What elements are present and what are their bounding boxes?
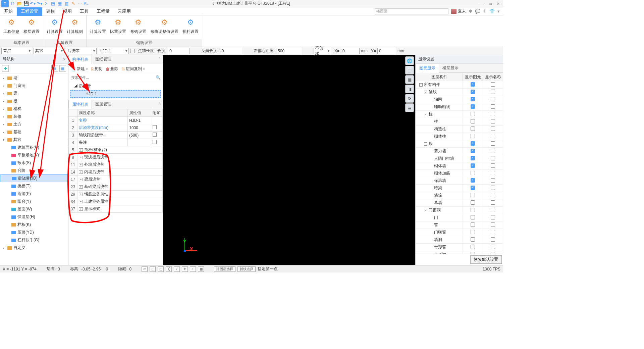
prop-row[interactable]: 11+外墙后浇带 [69,161,163,168]
name-checkbox[interactable] [491,90,495,94]
component-search-input[interactable] [70,75,156,80]
new-button[interactable]: 📄新建 [70,65,89,72]
disp-row[interactable]: 剪力墙 [416,148,503,155]
prop-row[interactable]: 14+内墙后浇带 [69,168,163,176]
nav-subitem[interactable]: 散水(S) [0,159,68,167]
sb-ico-7[interactable]: • [190,266,196,272]
nav-subitem[interactable]: 屋面(W) [0,205,68,213]
ribbon-比重设置[interactable]: ⚙比重设置 [110,17,126,39]
nav-subitem[interactable]: 台阶 [0,167,68,174]
disp-row[interactable]: 窗 [416,221,503,229]
disp-row[interactable]: 幕墙 [416,199,503,207]
prop-row[interactable]: 2后浇带宽度(mm)1000 [69,124,163,132]
tab-property-list[interactable]: 属性列表 [68,100,92,109]
ribbon-计算设置[interactable]: ⚙计算设置 [47,17,63,39]
name-checkbox[interactable] [491,97,495,101]
view-iso-icon[interactable]: ◨ [405,85,414,93]
orbit-icon[interactable]: 🌐 [405,56,414,65]
menutab-5[interactable]: 工程量 [93,7,114,16]
nav-subitem[interactable]: 栏杆扶手(G) [0,236,68,244]
disp-row[interactable]: 墙洞 [416,236,503,244]
show-checkbox[interactable] [471,245,475,249]
prop-row[interactable]: 8+现浇板后浇带 [69,154,163,161]
name-checkbox[interactable] [491,141,495,146]
tab-component-list[interactable]: 构件列表 [68,55,92,64]
disp-row[interactable]: 构造柱 [416,126,503,133]
menutab-6[interactable]: 云应用 [114,7,135,16]
minimize-icon[interactable]: — [480,1,484,6]
name-checkbox[interactable] [491,104,495,109]
nav-item[interactable]: ▸梁 [0,90,68,97]
show-checkbox[interactable] [471,141,475,146]
disp-row[interactable]: 墙垛 [416,192,503,199]
disp-row[interactable]: -门窗洞 [416,207,503,214]
prop-row[interactable]: 5+筏板(桩承台) [69,146,163,154]
layers-icon[interactable]: ≣ [405,103,414,112]
nav-subitem[interactable]: 挑檐(T) [0,182,68,190]
edit-icon[interactable]: ✎ [70,1,76,6]
viewport-3d[interactable]: 🌐 ⬚ ▦ ◨ ⟳ ≣ YX [163,55,415,265]
disp-row[interactable]: -所有构件 [416,81,503,89]
menutab-3[interactable]: 视图 [59,7,76,16]
polyline-select-button[interactable]: 折线选择 [237,266,256,272]
show-checkbox[interactable] [471,178,475,183]
search-input[interactable]: 楼圈梁 [375,8,448,14]
category-select[interactable]: 其它 [34,48,64,54]
nav-subitem[interactable]: 压顶(YD) [0,229,68,236]
menutab-0[interactable]: 开始 [0,7,17,16]
name-checkbox[interactable] [491,186,495,190]
copy-icon[interactable]: ⎘▾ [84,1,89,6]
show-checkbox[interactable] [471,186,475,190]
disp-row[interactable]: -墙 [416,140,503,148]
sb-ico-8[interactable]: ▦ [198,266,204,272]
delete-button[interactable]: 🗑删除 [104,65,120,72]
show-checkbox[interactable] [471,230,475,234]
show-checkbox[interactable] [471,171,475,175]
open-icon[interactable]: 📂 [17,1,22,6]
show-checkbox[interactable] [471,149,475,153]
view-3d-icon[interactable]: ⬚ [405,66,414,74]
name-checkbox[interactable] [491,149,495,153]
sb-ico-2[interactable]: ⬚ [150,266,156,272]
nav-item[interactable]: ▸装修 [0,113,68,120]
name-checkbox[interactable] [491,237,495,242]
show-checkbox[interactable] [471,90,475,94]
nav-view2-icon[interactable]: ▦ [59,65,66,72]
nav-view1-icon[interactable]: ☰ [51,65,58,72]
prop-row[interactable]: 37+显示样式 [69,205,163,213]
disp-row[interactable]: 保温墙 [416,177,503,185]
chat-icon[interactable]: 💬 [475,9,480,14]
disp-row[interactable]: 门 [416,214,503,221]
disp-row[interactable]: -轴线 [416,89,503,96]
search-icon[interactable]: 🔍 [156,75,161,80]
notify-icon[interactable]: ✱ [469,9,472,14]
name-checkbox[interactable] [491,178,495,183]
sb-ico-5[interactable]: ∠ [174,266,180,272]
help-icon[interactable]: ▾ [497,9,500,14]
prop-row[interactable]: 17+梁后浇带 [69,176,163,183]
nav-subitem[interactable]: 栏板(K) [0,221,68,229]
tab-drawing-mgmt[interactable]: 图纸管理 [92,55,115,64]
ribbon-弯曲调整值设置[interactable]: ⚙弯曲调整值设置 [150,17,178,39]
disp-row[interactable]: 轴网 [416,96,503,103]
sb-ico-3[interactable]: ◫ [158,266,164,272]
ribbon-弯钩设置[interactable]: ⚙弯钩设置 [130,17,146,39]
show-checkbox[interactable] [471,112,475,116]
len-input[interactable]: 0 [168,48,190,54]
prop-close-icon[interactable]: × [156,100,163,109]
view-top-icon[interactable]: ▦ [405,75,414,84]
skin-icon[interactable]: 👕 [489,9,495,14]
layercopy-button[interactable]: ⇅层间复制 [120,65,146,72]
show-checkbox[interactable] [471,163,475,168]
disp-row[interactable]: 砌体柱 [416,133,503,140]
comp-leaf-hjd1[interactable]: HJD-1 [70,90,161,98]
ribbon-计算设置[interactable]: ⚙计算设置 [90,17,106,39]
name-checkbox[interactable] [491,208,495,212]
show-checkbox[interactable] [471,134,475,138]
rotate-icon[interactable]: ⟳ [405,94,414,103]
close-icon[interactable]: ✕ [496,1,500,6]
name-checkbox[interactable] [491,222,495,227]
grid-icon[interactable]: ▦ [57,1,62,6]
nav-item[interactable]: ▸墙 [0,74,68,82]
new-file-icon[interactable]: 🗋 [10,1,15,6]
